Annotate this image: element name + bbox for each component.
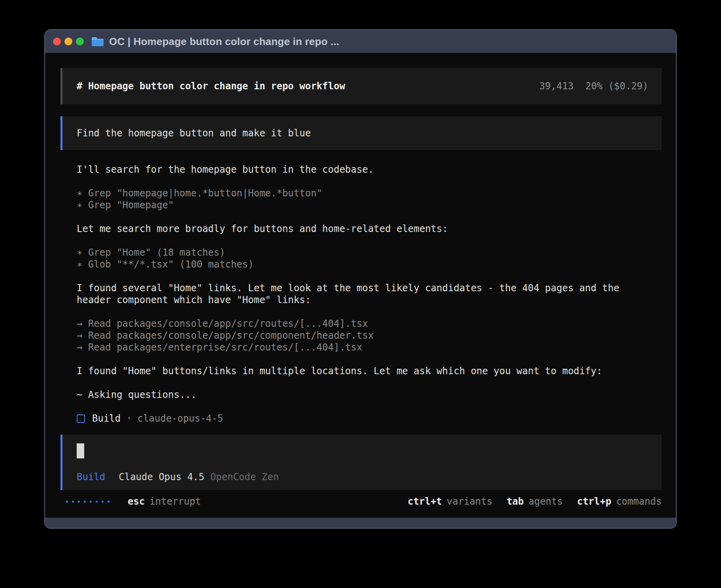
context-usage: 20% ($0.29) xyxy=(585,81,648,92)
transcript-line: header component which have "Home" links… xyxy=(77,294,662,306)
titlebar: OC | Homepage button color change in rep… xyxy=(45,30,676,53)
traffic-lights xyxy=(53,38,84,45)
transcript-line: ∗ Grep "Home" (18 matches) xyxy=(77,247,662,258)
titlebar-title-group: OC | Homepage button color change in rep… xyxy=(91,36,340,48)
transcript-line: I found several "Home" links. Let me loo… xyxy=(77,282,662,294)
variants-hint: ctrl+t variants xyxy=(408,496,492,507)
transcript-line: I found "Home" buttons/links in multiple… xyxy=(77,365,662,377)
commands-label: commands xyxy=(616,496,662,507)
transcript-paragraph: I found "Home" buttons/links in multiple… xyxy=(77,365,662,377)
user-message: Find the homepage button and make it blu… xyxy=(60,116,662,150)
zoom-button[interactable] xyxy=(76,38,84,45)
window-title: OC | Homepage button color change in rep… xyxy=(109,36,340,48)
session-stats: 39,413 20% ($0.29) xyxy=(539,81,648,92)
transcript-paragraph: ~ Asking questions... xyxy=(77,389,662,401)
tab-key: tab xyxy=(507,496,524,507)
input-cursor xyxy=(77,443,84,458)
input-model-row: Build Claude Opus 4.5 OpenCode Zen xyxy=(77,471,647,483)
close-button[interactable] xyxy=(53,38,61,45)
terminal-content: # Homepage button color change in repo w… xyxy=(45,53,676,518)
folder-icon xyxy=(91,36,104,47)
spinner-dots xyxy=(66,501,109,503)
interrupt-label: interrupt xyxy=(149,496,201,507)
transcript-paragraph: Let me search more broadly for buttons a… xyxy=(77,223,662,235)
spinner-dot xyxy=(78,501,80,503)
transcript-line: ∗ Glob "**/*.tsx" (100 matches) xyxy=(77,258,662,270)
spinner-dot xyxy=(90,501,92,503)
status-bar-left: esc interrupt xyxy=(66,496,201,507)
transcript-paragraph: ∗ Grep "homepage|home.*button|Home.*butt… xyxy=(77,187,662,211)
status-separator: · xyxy=(126,413,132,424)
prompt-input[interactable]: Build Claude Opus 4.5 OpenCode Zen xyxy=(60,435,662,490)
spinner-dot xyxy=(84,501,86,503)
interrupt-hint: esc interrupt xyxy=(128,496,201,507)
status-bar: esc interrupt ctrl+t variants tab agents… xyxy=(60,496,662,507)
agent-square-icon xyxy=(77,415,85,423)
terminal-window: OC | Homepage button color change in rep… xyxy=(44,29,677,529)
spinner-dot xyxy=(96,501,98,503)
spinner-dot xyxy=(72,501,74,503)
session-header: # Homepage button color change in repo w… xyxy=(60,68,662,104)
agent-status-line: Build · claude-opus-4-5 xyxy=(77,413,662,424)
transcript-line: ∗ Grep "homepage|home.*button|Home.*butt… xyxy=(77,187,662,199)
transcript-paragraph: I'll search for the homepage button in t… xyxy=(77,164,662,175)
esc-key: esc xyxy=(128,496,145,507)
status-bar-right: ctrl+t variants tab agents ctrl+p comman… xyxy=(408,496,662,507)
spinner-dot xyxy=(102,501,104,503)
transcript: I'll search for the homepage button in t… xyxy=(77,164,662,413)
agents-hint: tab agents xyxy=(507,496,563,507)
transcript-line: ∗ Grep "Homepage" xyxy=(77,199,662,211)
transcript-line: → Read packages/enterprise/src/routes/[.… xyxy=(77,341,662,353)
user-message-text: Find the homepage button and make it blu… xyxy=(77,128,311,139)
transcript-paragraph: → Read packages/console/app/src/routes/[… xyxy=(77,318,662,353)
transcript-line: ~ Asking questions... xyxy=(77,389,662,401)
ctrl-p-key: ctrl+p xyxy=(577,496,612,507)
session-title: # Homepage button color change in repo w… xyxy=(77,81,345,92)
spinner-dot xyxy=(66,501,68,503)
transcript-line: → Read packages/console/app/src/componen… xyxy=(77,330,662,341)
window-bottom-strip xyxy=(45,518,676,528)
commands-hint: ctrl+p commands xyxy=(577,496,662,507)
transcript-line: Let me search more broadly for buttons a… xyxy=(77,223,662,235)
input-model-label: Claude Opus 4.5 xyxy=(119,471,204,483)
agent-name: Build xyxy=(92,413,121,424)
transcript-paragraph: I found several "Home" links. Let me loo… xyxy=(77,282,662,306)
token-count: 39,413 xyxy=(539,81,574,92)
transcript-line: → Read packages/console/app/src/routes/[… xyxy=(77,318,662,330)
transcript-paragraph: ∗ Grep "Home" (18 matches)∗ Glob "**/*.t… xyxy=(77,247,662,270)
input-provider-label: OpenCode Zen xyxy=(210,471,279,483)
ctrl-t-key: ctrl+t xyxy=(408,496,442,507)
spinner-dot xyxy=(108,501,109,503)
model-name: claude-opus-4-5 xyxy=(138,413,223,424)
agents-label: agents xyxy=(528,496,563,507)
transcript-line: I'll search for the homepage button in t… xyxy=(77,164,662,175)
minimize-button[interactable] xyxy=(64,38,72,45)
input-agent-label: Build xyxy=(77,471,105,483)
variants-label: variants xyxy=(447,496,493,507)
